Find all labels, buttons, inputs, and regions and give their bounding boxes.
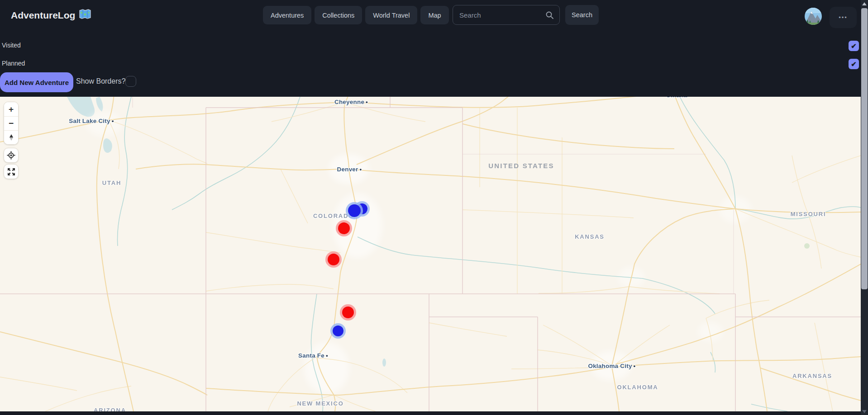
scrollbar-up-arrow[interactable]	[862, 2, 867, 5]
visited-checkbox[interactable]: ✔	[849, 41, 859, 51]
magnifier-icon	[545, 11, 554, 21]
city-label-salt-lake-city: Salt Lake City•	[69, 118, 114, 124]
city-label-cheyenne: Cheyenne•	[334, 99, 368, 105]
scrollbar-down-arrow[interactable]	[862, 410, 867, 413]
planned-label: Planned	[2, 60, 25, 67]
country-label-united-states: UNITED STATES	[488, 162, 554, 170]
navbar-links: AdventuresCollectionsWorld TravelMap	[263, 6, 449, 24]
zoom-in-button[interactable]: +	[4, 102, 18, 116]
overflow-menu-button[interactable]: •••	[830, 7, 857, 28]
nav-button-world-travel[interactable]: World Travel	[365, 6, 417, 24]
state-label-arkansas: ARKANSAS	[792, 373, 832, 379]
search-button[interactable]: Search	[565, 5, 599, 25]
nav-button-collections[interactable]: Collections	[315, 6, 362, 24]
brand-label: AdventureLog	[11, 10, 75, 21]
user-avatar[interactable]	[805, 8, 822, 25]
fullscreen-icon	[7, 168, 15, 176]
add-new-adventure-button[interactable]: Add New Adventure	[0, 72, 73, 92]
city-label-denver: Denver•	[337, 166, 362, 173]
compass-button[interactable]	[4, 130, 18, 144]
search-field-wrap	[453, 5, 560, 25]
state-label-new-mexico: NEW MEXICO	[297, 400, 343, 407]
adventure-marker-planned-5[interactable]	[333, 325, 343, 336]
adventure-marker-visited-3[interactable]	[328, 254, 339, 265]
lakes-layer	[67, 97, 810, 367]
state-label-kansas: KANSAS	[575, 233, 605, 240]
city-label-omaha: Omaha	[666, 97, 687, 99]
adventure-marker-visited-4[interactable]	[342, 307, 354, 318]
state-label-colorado: COLORADO	[313, 212, 354, 219]
map-canvas[interactable]: UNITED STATESUTAHCOLORADOKANSASMISSOURIO…	[0, 97, 861, 411]
rivers-layer	[117, 97, 861, 411]
scrollbar-thumb[interactable]	[861, 8, 868, 289]
map-base-layers	[0, 97, 861, 411]
state-label-utah: UTAH	[102, 179, 121, 186]
show-borders-label: Show Borders?	[76, 77, 125, 85]
adventure-marker-visited-2[interactable]	[338, 222, 350, 234]
major-roads-layer	[0, 97, 861, 411]
planned-checkbox[interactable]: ✔	[849, 59, 859, 69]
geolocate-icon	[7, 151, 15, 160]
mountain-avatar	[805, 8, 822, 25]
zoom-out-button[interactable]: −	[4, 116, 18, 130]
nav-button-adventures[interactable]: Adventures	[263, 6, 311, 24]
show-borders-checkbox[interactable]	[125, 76, 136, 87]
search-input[interactable]	[453, 5, 559, 24]
city-label-oklahoma-city: Oklahoma City•	[588, 363, 635, 369]
fullscreen-button[interactable]	[4, 164, 19, 179]
world-map-icon	[79, 9, 91, 21]
compass-icon	[8, 134, 15, 141]
navbar-brand[interactable]: AdventureLog	[11, 9, 91, 21]
nav-button-map[interactable]: Map	[420, 6, 448, 24]
state-label-oklahoma: OKLAHOMA	[617, 384, 658, 391]
state-label-arizona: ARIZONA	[94, 407, 126, 412]
adventure-marker-planned-1[interactable]	[348, 204, 361, 217]
visited-label: Visited	[2, 42, 21, 49]
page-scrollbar[interactable]	[861, 0, 868, 415]
city-label-santa-fe: Santa Fe•	[298, 352, 328, 359]
map-zoom-controls: +−	[4, 102, 19, 145]
geolocate-button[interactable]	[4, 148, 19, 163]
state-label-missouri: MISSOURI	[791, 211, 826, 217]
